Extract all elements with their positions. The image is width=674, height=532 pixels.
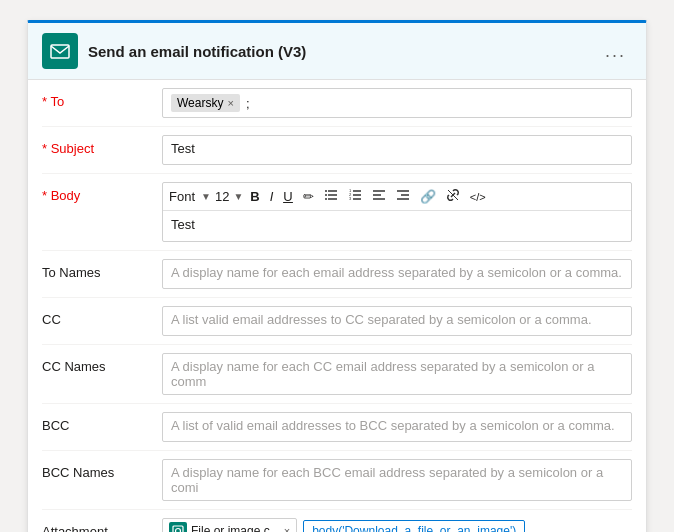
cc-field[interactable]: A list valid email addresses to CC separ… [162,306,632,336]
body-content[interactable]: Test [163,211,631,241]
ordered-list-button[interactable]: 123 [345,187,365,206]
to-row: To Wearsky × ; [42,80,632,127]
align-right-button[interactable] [393,187,413,206]
to-names-label: To Names [42,259,162,280]
email-notification-card: Send an email notification (V3) ... To W… [27,20,647,532]
semicolon: ; [246,96,250,111]
email-icon [42,33,78,69]
cc-names-label: CC Names [42,353,162,374]
underline-button[interactable]: U [280,188,295,205]
cc-row: CC A list valid email addresses to CC se… [42,298,632,345]
bcc-names-label: BCC Names [42,459,162,480]
attachment-label: Attachment [42,518,162,532]
to-names-row: To Names A display name for each email a… [42,251,632,298]
attachment-token-label: File or image c... [191,524,280,532]
bcc-names-input[interactable]: A display name for each BCC email addres… [162,459,632,501]
font-size[interactable]: 12 [215,189,229,204]
card-header: Send an email notification (V3) ... [28,23,646,80]
more-options-button[interactable]: ... [599,39,632,64]
attachment-file-icon [169,522,187,532]
bcc-names-field[interactable]: A display name for each BCC email addres… [162,459,632,501]
attachment-field-wrapper[interactable]: File or image c... × body('Download_a_fi… [162,518,632,532]
to-input[interactable]: Wearsky × ; [162,88,632,118]
italic-button[interactable]: I [267,188,277,205]
to-tag-remove[interactable]: × [227,97,233,109]
svg-point-6 [325,198,327,200]
attachment-row: Attachment File or image c... × [42,510,632,532]
body-editor[interactable]: Font ▼ 12 ▼ B I U ✏ 123 [162,182,632,242]
body-label: Body [42,182,162,203]
svg-text:3: 3 [349,196,352,201]
svg-point-21 [176,529,181,533]
attachment-dynamic-value[interactable]: body('Download_a_file_or_an_image') [303,520,525,532]
to-label: To [42,88,162,109]
body-toolbar: Font ▼ 12 ▼ B I U ✏ 123 [163,183,631,211]
cc-names-input[interactable]: A display name for each CC email address… [162,353,632,395]
bcc-label: BCC [42,412,162,433]
font-selector[interactable]: Font [169,189,195,204]
cc-label: CC [42,306,162,327]
font-dropdown-arrow[interactable]: ▼ [201,191,211,202]
bcc-input[interactable]: A list of valid email addresses to BCC s… [162,412,632,442]
attachment-field: File or image c... × body('Download_a_fi… [162,518,632,532]
subject-label: Subject [42,135,162,156]
form-body: To Wearsky × ; Subject Test [28,80,646,532]
body-field[interactable]: Font ▼ 12 ▼ B I U ✏ 123 [162,182,632,242]
cc-names-row: CC Names A display name for each CC emai… [42,345,632,404]
bcc-names-row: BCC Names A display name for each BCC em… [42,451,632,510]
to-tag: Wearsky × [171,94,240,112]
link-button[interactable]: 🔗 [417,188,439,205]
to-names-input[interactable]: A display name for each email address se… [162,259,632,289]
svg-point-4 [325,190,327,192]
to-field[interactable]: Wearsky × ; [162,88,632,118]
attachment-token-remove[interactable]: × [284,525,290,532]
subject-row: Subject Test [42,127,632,174]
cc-names-field[interactable]: A display name for each CC email address… [162,353,632,395]
svg-line-19 [448,190,458,200]
bcc-field[interactable]: A list of valid email addresses to BCC s… [162,412,632,442]
to-tag-label: Wearsky [177,96,223,110]
card-title: Send an email notification (V3) [88,43,599,60]
to-names-field[interactable]: A display name for each email address se… [162,259,632,289]
body-row: Body Font ▼ 12 ▼ B I U ✏ [42,174,632,251]
subject-field[interactable]: Test [162,135,632,165]
cc-input[interactable]: A list valid email addresses to CC separ… [162,306,632,336]
bold-button[interactable]: B [247,188,262,205]
svg-rect-0 [51,45,69,58]
code-button[interactable]: </> [467,190,489,204]
bcc-row: BCC A list of valid email addresses to B… [42,404,632,451]
unlink-button[interactable] [443,187,463,206]
svg-point-5 [325,194,327,196]
align-left-button[interactable] [369,187,389,206]
unordered-list-button[interactable] [321,187,341,206]
subject-input[interactable]: Test [162,135,632,165]
pencil-button[interactable]: ✏ [300,188,317,205]
attachment-token[interactable]: File or image c... × [162,518,297,532]
size-dropdown-arrow[interactable]: ▼ [233,191,243,202]
